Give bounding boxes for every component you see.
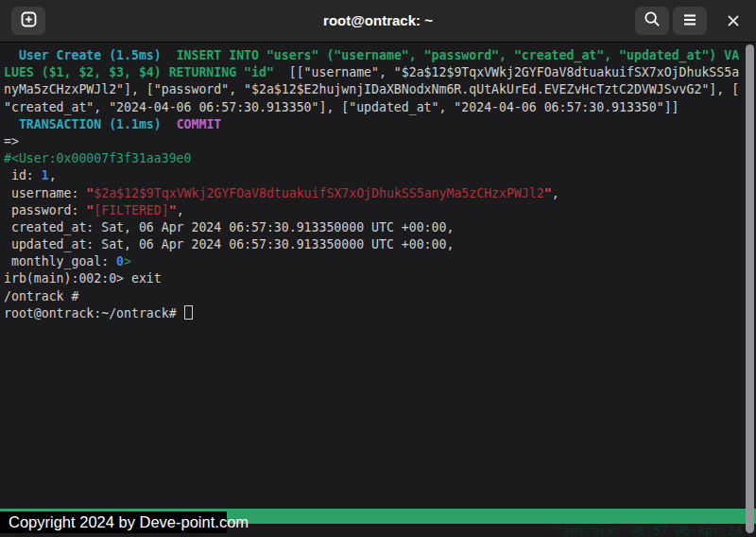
terminal-text: "created_at", "2024-04-06 06:57:30.91335… [4, 100, 679, 114]
new-tab-button[interactable] [11, 7, 45, 35]
close-window-button[interactable] [716, 7, 750, 35]
terminal-text: => [4, 134, 19, 148]
terminal-line: username: "$2a$12$9TqxVWkj2GYFOaV8dtuaku… [4, 185, 756, 202]
menu-button[interactable] [673, 7, 707, 35]
window-titlebar: root@ontrack: ~ [0, 0, 756, 43]
new-tab-icon [21, 11, 37, 31]
terminal-line: /ontrack # [4, 288, 756, 305]
terminal-line: nyMa5zCHzxPWJl2"], ["password", "$2a$12$… [4, 81, 756, 98]
terminal-line: root@ontrack:~/ontrack# [4, 305, 756, 322]
terminal-text: [FILTERED] [94, 203, 168, 217]
terminal-text: 0 [116, 254, 124, 268]
terminal-text: , [177, 203, 184, 217]
terminal-line: "created_at", "2024-04-06 06:57:30.91335… [4, 99, 756, 116]
terminal-text: root@ontrack:~/ontrack# [4, 306, 184, 320]
terminal-text: LUES ($1, $2, $3, $4) RETURNING "id" [4, 65, 274, 79]
copyright-watermark: Copyright 2024 by Deve-point.com [0, 511, 227, 533]
terminal-line: irb(main):002:0> exit [4, 270, 756, 287]
terminal-line: #<User:0x00007f3f31aa39e0 [4, 150, 756, 167]
terminal-line: => [4, 133, 756, 150]
terminal-screen[interactable]: User Create (1.5ms) INSERT INTO "users" … [0, 43, 756, 537]
terminal-line: password: "[FILTERED]", [4, 202, 756, 219]
terminal-text: $2a$12$9TqxVWkj2GYFOaV8dtuakuifSX7xOjDhu… [94, 186, 543, 200]
terminal-text: #<User:0x00007f3f31aa39e0 [4, 151, 192, 165]
terminal-line: monthly_goal: 0> [4, 253, 756, 270]
terminal-text [4, 48, 19, 62]
terminal-text: monthly_goal: [4, 254, 116, 268]
terminal-text: password: [4, 203, 86, 217]
close-icon [728, 12, 739, 30]
terminal-output: User Create (1.5ms) INSERT INTO "users" … [4, 47, 756, 322]
terminal-text: " [169, 203, 177, 217]
terminal-line: created_at: Sat, 06 Apr 2024 06:57:30.91… [4, 219, 756, 236]
terminal-text: COMMIT [177, 117, 222, 131]
terminal-cursor [184, 305, 193, 320]
terminal-text: username: [4, 186, 86, 200]
tmux-status-right: "ontrack" 06:57 06-Apr-24 [556, 524, 744, 537]
terminal-text [162, 117, 177, 131]
copyright-text: Copyright 2024 by Deve-point.com [9, 513, 249, 530]
search-button[interactable] [635, 7, 669, 35]
terminal-text: id: [4, 168, 42, 182]
terminal-text: updated_at: Sat, 06 Apr 2024 06:57:30.91… [4, 237, 454, 251]
terminal-text [162, 48, 177, 62]
terminal-text: /ontrack # [4, 289, 78, 303]
terminal-text: 1 [42, 168, 49, 182]
terminal-text: , [49, 168, 57, 182]
terminal-line: LUES ($1, $2, $3, $4) RETURNING "id" [["… [4, 64, 756, 81]
terminal-text: " [544, 186, 552, 200]
terminal-text: created_at: Sat, 06 Apr 2024 06:57:30.91… [4, 220, 454, 234]
terminal-text: irb(main):002:0> exit [4, 271, 162, 286]
terminal-line: User Create (1.5ms) INSERT INTO "users" … [4, 47, 756, 64]
terminal-text: nyMa5zCHzxPWJl2"], ["password", "$2a$12$… [4, 82, 739, 96]
terminal-line: updated_at: Sat, 06 Apr 2024 06:57:30.91… [4, 236, 756, 253]
terminal-text [4, 117, 19, 131]
terminal-scrollbar-thumb[interactable] [746, 44, 754, 533]
terminal-text: , [552, 186, 559, 200]
terminal-text: [["username", "$2a$12$9TqxVWkj2GYFOaV8dt… [274, 65, 739, 79]
terminal-text: User Create (1.5ms) [19, 48, 162, 62]
hamburger-menu-icon [682, 12, 697, 30]
terminal-text: INSERT INTO "users" ("username", "passwo… [177, 48, 739, 62]
search-icon [644, 10, 661, 31]
terminal-line: id: 1, [4, 167, 756, 184]
terminal-text: TRANSACTION (1.1ms) [19, 117, 162, 131]
terminal-text: > [124, 254, 131, 268]
terminal-line: TRANSACTION (1.1ms) COMMIT [4, 116, 756, 133]
